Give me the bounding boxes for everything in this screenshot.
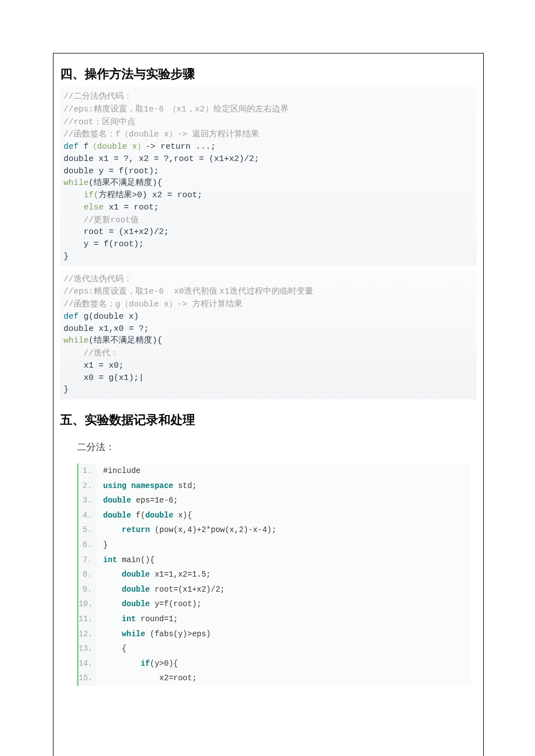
line-number: 5. [79, 523, 96, 538]
line-number: 1. [79, 464, 96, 479]
code-line: 9. double root=(x1+x2)/2; [79, 582, 471, 597]
code-line: 6.} [79, 538, 471, 553]
line-number: 3. [79, 493, 96, 508]
code-content: while (fabs(y)>eps) [96, 627, 211, 642]
cpp-code-bisection: 1.#include2.using namespace std;3.double… [77, 464, 471, 686]
code-content: using namespace std; [96, 479, 197, 494]
code-content: double x1=1,x2=1.5; [96, 567, 211, 582]
code-content: int round=1; [96, 612, 178, 627]
line-number: 8. [79, 567, 96, 582]
code-line: 11. int round=1; [79, 612, 471, 627]
code-line: 3.double eps=1e-6; [79, 493, 471, 508]
code-content: x2=root; [96, 671, 197, 686]
code-content: double eps=1e-6; [96, 493, 178, 508]
line-number: 12. [79, 627, 96, 642]
code-content: } [96, 538, 108, 553]
code-line: 7.int main(){ [79, 553, 471, 568]
section-4-title: 四、操作方法与实验步骤 [54, 53, 483, 87]
code-line: 8. double x1=1,x2=1.5; [79, 567, 471, 582]
code-line: 5. return (pow(x,4)+2*pow(x,2)-x-4); [79, 523, 471, 538]
code-line: 13. { [79, 641, 471, 656]
line-number: 4. [79, 508, 96, 523]
pseudo-code-iteration: //迭代法伪代码： //eps:精度设置，取1e-6 x0迭代初值 x1迭代过程… [60, 270, 476, 400]
line-number: 9. [79, 582, 96, 597]
line-number: 11. [79, 612, 96, 627]
code-line: 14. if(y>0){ [79, 656, 471, 671]
code-content: int main(){ [96, 553, 154, 568]
code-line: 10. double y=f(root); [79, 597, 471, 612]
code-line: 15. x2=root; [79, 671, 471, 686]
pseudo-code-bisection: //二分法伪代码： //eps:精度设置，取1e-6 （x1，x2）给定区间的左… [60, 87, 476, 266]
line-number: 2. [79, 479, 96, 494]
line-number: 13. [79, 641, 96, 656]
code-content: #include [96, 464, 140, 479]
code-content: double y=f(root); [96, 597, 201, 612]
line-number: 7. [79, 553, 96, 568]
code-line: 1.#include [79, 464, 471, 479]
code-line: 4.double f(double x){ [79, 508, 471, 523]
code-line: 12. while (fabs(y)>eps) [79, 627, 471, 642]
code-content: double f(double x){ [96, 508, 192, 523]
line-number: 15. [79, 671, 96, 686]
line-number: 10. [79, 597, 96, 612]
line-number: 14. [79, 656, 96, 671]
code-content: double root=(x1+x2)/2; [96, 582, 225, 597]
subsection-bisection-label: 二分法： [54, 433, 483, 464]
line-number: 6. [79, 538, 96, 553]
code-line: 2.using namespace std; [79, 479, 471, 494]
page-frame: 四、操作方法与实验步骤 //二分法伪代码： //eps:精度设置，取1e-6 （… [53, 53, 484, 756]
code-content: if(y>0){ [96, 656, 178, 671]
code-content: { [96, 641, 127, 656]
section-5-title: 五、实验数据记录和处理 [54, 399, 483, 433]
code-content: return (pow(x,4)+2*pow(x,2)-x-4); [96, 523, 276, 538]
